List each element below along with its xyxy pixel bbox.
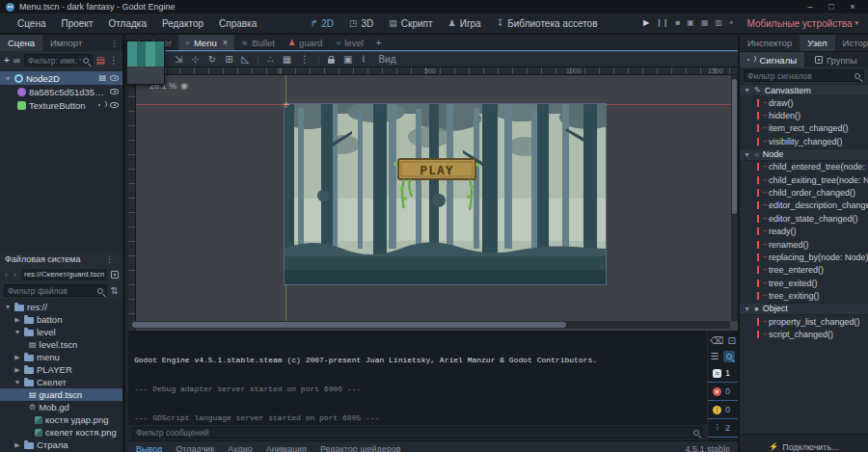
subtab-signals[interactable]: Сигналы	[740, 52, 804, 67]
signal-row[interactable]: child_order_changed()	[740, 186, 868, 199]
signal-row[interactable]: editor_description_changed(...	[740, 199, 868, 212]
fs-item-kostya-udar[interactable]: костя удар.png	[0, 413, 122, 426]
tree-node-instance[interactable]: 8a585c5d51d35Eda5e000	[0, 85, 122, 98]
vertical-scrollbar[interactable]	[731, 75, 738, 321]
signal-row[interactable]: editor_state_changed()	[740, 212, 868, 225]
fs-item-batton[interactable]: ▶batton	[0, 313, 122, 326]
path-input[interactable]	[24, 270, 104, 279]
close-button[interactable]: ×	[843, 2, 862, 12]
tree-node-texturebutton[interactable]: TextureButton	[0, 98, 122, 112]
profiler-icon[interactable]: ⌖	[729, 19, 734, 27]
visibility-eye-icon[interactable]	[110, 75, 119, 81]
add-scene-tab[interactable]: +	[370, 35, 388, 50]
nav-back-icon[interactable]: ‹	[4, 270, 9, 279]
signal-row[interactable]: child_exiting_tree(node: Node)	[740, 173, 868, 186]
signal-section-object[interactable]: ▼ ● Object	[740, 303, 868, 315]
signal-section-node[interactable]: ▼ ○ Node	[740, 148, 868, 161]
tab-inspector[interactable]: Инспектор	[740, 35, 800, 51]
signal-row[interactable]: tree_entered()	[740, 264, 868, 277]
workspace-game[interactable]: ♟Игра	[448, 18, 481, 29]
workspace-script[interactable]: ▤Скрипт	[389, 18, 432, 29]
fs-item-level[interactable]: ▼level	[0, 326, 122, 338]
scene-tab-level[interactable]: ○level	[329, 35, 369, 50]
signal-row[interactable]: script_changed()	[740, 328, 868, 340]
menu-help[interactable]: Справка	[211, 18, 264, 29]
device-selector[interactable]: Мобильные устройства ▾	[747, 18, 858, 29]
scene-filter[interactable]	[24, 54, 93, 66]
filter-list-icon[interactable]: ☰	[711, 352, 719, 361]
horizontal-scrollbar[interactable]	[128, 321, 730, 329]
rotate-tool-icon[interactable]: ↻	[208, 55, 216, 65]
tree-node-node2d[interactable]: ▼ Node2D ▤	[0, 71, 122, 85]
scene-filter-input[interactable]	[28, 56, 81, 66]
path-box[interactable]	[21, 269, 107, 280]
workspace-2d[interactable]: ↱2D	[311, 18, 334, 29]
script-attached-icon[interactable]: ▤	[98, 74, 106, 82]
play-remote-icon[interactable]: ▣	[687, 19, 694, 27]
sort-files-icon[interactable]: ⇅	[111, 286, 119, 296]
signal-row[interactable]: renamed()	[740, 238, 868, 251]
fs-item-player[interactable]: ▶PLAYER	[0, 363, 122, 376]
one-frame-icon[interactable]: ▥	[715, 19, 722, 27]
signal-row[interactable]: item_rect_changed()	[740, 122, 868, 135]
scene-tab-menu[interactable]: ○Menu×	[178, 35, 234, 50]
scale-tool-icon[interactable]: ⊞	[225, 55, 232, 65]
close-tab-icon[interactable]: ×	[223, 38, 228, 47]
subtab-groups[interactable]: Группы	[804, 52, 868, 67]
menu-project[interactable]: Проект	[53, 18, 100, 29]
tab-import[interactable]: Импорт	[42, 35, 90, 51]
2d-viewport[interactable]: 28.1 % ◉	[136, 75, 738, 321]
messages-badge[interactable]: ≡ 1	[708, 364, 738, 383]
signal-row[interactable]: visibility_changed()	[740, 135, 868, 147]
message-filter-input[interactable]	[136, 428, 692, 438]
file-filter-input[interactable]	[8, 286, 95, 296]
ruler-tool-icon[interactable]: ◺	[242, 55, 250, 65]
scene-tab-bullet[interactable]: ☠Bullet	[234, 35, 282, 50]
menu-editor[interactable]: Редактор	[154, 18, 211, 29]
pause-icon[interactable]: ❙❙	[656, 19, 668, 27]
menu-debug[interactable]: Отладка	[100, 18, 154, 29]
scene-tree-options-icon[interactable]: ⋮	[109, 56, 119, 66]
view-menu[interactable]: Вид	[378, 54, 395, 65]
statusbar-debugger[interactable]: Отладчик	[176, 444, 214, 452]
signal-row[interactable]: tree_exited()	[740, 277, 868, 289]
signal-row[interactable]: tree_exiting()	[740, 289, 868, 302]
group-icon[interactable]: ▣	[343, 55, 352, 65]
signal-section-canvasitem[interactable]: ▼ ✎ CanvasItem	[740, 84, 868, 96]
fs-item-menu[interactable]: ▶menu	[0, 351, 122, 363]
signal-row[interactable]: replacing_by(node: Node)	[740, 251, 868, 263]
grid-snap-icon[interactable]: ▦	[283, 55, 291, 65]
statusbar-audio[interactable]: Аудио	[228, 444, 252, 452]
file-filter[interactable]	[4, 284, 107, 297]
signal-row[interactable]: draw()	[740, 96, 868, 109]
fs-item-level-tscn[interactable]: ▤level.tscn	[0, 338, 122, 351]
tab-history[interactable]: История	[835, 35, 868, 51]
scene-tab-guard[interactable]: ♟guard	[282, 35, 329, 50]
statusbar-shader-editor[interactable]: Редактор шейдеров	[320, 444, 401, 452]
snap-options-icon[interactable]: ⋮	[300, 55, 310, 65]
add-node-icon[interactable]: +	[4, 56, 10, 66]
split-dock-icon[interactable]	[111, 271, 119, 279]
movie-mode-icon[interactable]: ▦	[701, 19, 709, 27]
minimize-button[interactable]: –	[800, 2, 820, 12]
maximize-button[interactable]: □	[822, 2, 841, 12]
fs-item-res[interactable]: ▼res://	[0, 301, 122, 313]
clear-console-icon[interactable]: ⌫	[710, 336, 723, 346]
fs-item-guard-tscn[interactable]: ▤guard.tscn	[0, 388, 122, 401]
menu-scene[interactable]: Сцена	[10, 18, 53, 29]
statusbar-output[interactable]: Вывод	[136, 444, 162, 452]
tab-scene[interactable]: Сцена	[0, 35, 42, 51]
info-badge[interactable]: ⫶ 2	[708, 419, 738, 438]
dock-options-icon[interactable]: ⋮	[106, 39, 122, 48]
message-filter[interactable]	[132, 427, 703, 439]
filesystem-options-icon[interactable]: ⋮	[101, 254, 118, 264]
select-tool-icon[interactable]: ⇲	[175, 55, 182, 65]
errors-badge[interactable]: ✕ 0	[708, 383, 738, 401]
signal-filter[interactable]	[744, 69, 864, 82]
warnings-badge[interactable]: ! 0	[708, 401, 738, 419]
attach-script-icon[interactable]: ▤	[96, 56, 105, 66]
stop-icon[interactable]: ■	[676, 19, 681, 27]
workspace-asset-library[interactable]: ↧Библиотека ассетов	[497, 18, 598, 29]
fs-item-strala[interactable]: ▶Страла	[0, 439, 122, 451]
signal-row[interactable]: property_list_changed()	[740, 315, 868, 328]
